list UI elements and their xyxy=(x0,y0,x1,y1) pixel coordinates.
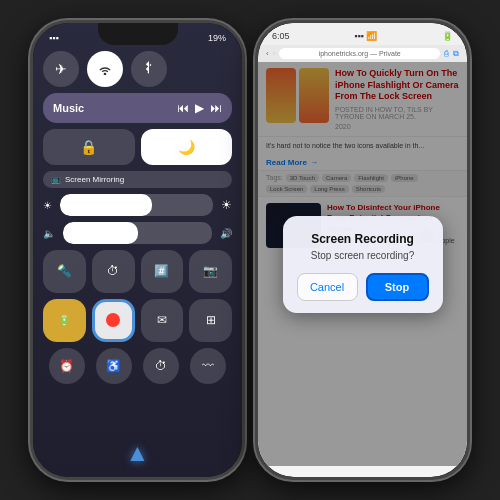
screen-left: ▪▪▪ 📶 19% ✈ Music xyxy=(33,23,242,477)
status-bar-right: 6:05 ▪▪▪ 📶 🔋 xyxy=(258,23,467,45)
phone-left: ▪▪▪ 📶 19% ✈ Music xyxy=(30,20,245,480)
dialog-message: Stop screen recording? xyxy=(297,250,429,261)
time-right: 6:05 xyxy=(272,31,290,41)
soundwave-btn[interactable]: 〰 xyxy=(190,348,226,384)
brightness-low-icon: ☀ xyxy=(43,200,52,211)
carrier-left: ▪▪▪ xyxy=(49,33,59,43)
accessibility-btn[interactable]: ♿ xyxy=(96,348,132,384)
tabs-icon[interactable]: ⧉ xyxy=(453,49,459,59)
battery-btn[interactable]: 🔋 xyxy=(43,299,86,342)
cancel-button[interactable]: Cancel xyxy=(297,273,358,301)
screen-mirror-icon: 📺 xyxy=(51,175,61,184)
screen-record-btn[interactable] xyxy=(92,299,135,342)
brightness-high-icon: ☀ xyxy=(221,198,232,212)
flashlight-btn[interactable]: 🔦 xyxy=(43,250,86,293)
scan-btn[interactable]: ⊞ xyxy=(189,299,232,342)
dialog-title: Screen Recording xyxy=(297,232,429,246)
volume-slider[interactable] xyxy=(63,222,212,244)
alarm-btn[interactable]: ⏰ xyxy=(49,348,85,384)
timer-btn[interactable]: ⏱ xyxy=(92,250,135,293)
phone-right: 6:05 ▪▪▪ 📶 🔋 ‹ › iphonetricks.org — Priv… xyxy=(255,20,470,480)
music-widget[interactable]: Music ⏮ ▶ ⏭ xyxy=(43,93,232,123)
dialog-overlay: Screen Recording Stop screen recording? … xyxy=(258,62,467,466)
camera-btn[interactable]: 📷 xyxy=(189,250,232,293)
web-content: How To Quickly Turn On The iPhone Flashl… xyxy=(258,62,467,466)
brightness-row: ☀ ☀ xyxy=(43,194,232,216)
rotation-lock-btn[interactable]: 🔒 xyxy=(43,129,135,165)
moon-btn[interactable]: 🌙 xyxy=(141,129,233,165)
battery-right: 🔋 xyxy=(442,31,453,41)
brightness-slider[interactable] xyxy=(60,194,213,216)
browser-bar: ‹ › iphonetricks.org — Private ⎙ ⧉ xyxy=(258,45,467,62)
music-label: Music xyxy=(53,102,84,114)
screen-right: 6:05 ▪▪▪ 📶 🔋 ‹ › iphonetricks.org — Priv… xyxy=(258,23,467,477)
volume-low-icon: 🔈 xyxy=(43,228,55,239)
next-icon[interactable]: ⏭ xyxy=(210,101,222,115)
main-container: ▪▪▪ 📶 19% ✈ Music xyxy=(0,0,500,500)
volume-high-icon: 🔊 xyxy=(220,228,232,239)
calculator-btn[interactable]: #️⃣ xyxy=(141,250,184,293)
screen-mirroring-btn[interactable]: 📺 Screen Mirroring xyxy=(43,171,232,188)
back-btn[interactable]: ‹ xyxy=(266,49,269,58)
airplane-mode-btn[interactable]: ✈ xyxy=(43,51,79,87)
screen-mirroring-label: Screen Mirroring xyxy=(65,175,124,184)
share-icon[interactable]: ⎙ xyxy=(444,49,449,58)
connectivity-row: ✈ xyxy=(43,51,232,87)
mid-row: 🔒 🌙 xyxy=(43,129,232,165)
volume-row: 🔈 🔊 xyxy=(43,222,232,244)
prev-icon[interactable]: ⏮ xyxy=(177,101,189,115)
play-icon[interactable]: ▶ xyxy=(195,101,204,115)
mail-btn[interactable]: ✉ xyxy=(141,299,184,342)
dialog-box: Screen Recording Stop screen recording? … xyxy=(283,216,443,313)
bottom-row: ⏰ ♿ ⏱ 〰 xyxy=(43,348,232,384)
wifi-btn[interactable] xyxy=(87,51,123,87)
arrow-up-left: ▲ xyxy=(126,439,150,467)
notch-left xyxy=(98,23,178,45)
stop-button[interactable]: Stop xyxy=(366,273,429,301)
dialog-buttons: Cancel Stop xyxy=(297,273,429,301)
record-icon xyxy=(106,313,120,327)
battery-left: 19% xyxy=(208,33,226,43)
bluetooth-btn[interactable] xyxy=(131,51,167,87)
forward-btn[interactable]: › xyxy=(273,49,276,58)
control-center: ✈ Music ⏮ ▶ ⏭ xyxy=(33,47,242,388)
cc-grid: 🔦 ⏱ #️⃣ 📷 🔋 ✉ ⊞ xyxy=(43,250,232,342)
signal-right: ▪▪▪ 📶 xyxy=(354,31,377,41)
music-controls: ⏮ ▶ ⏭ xyxy=(177,101,222,115)
stopwatch-btn[interactable]: ⏱ xyxy=(143,348,179,384)
url-bar[interactable]: iphonetricks.org — Private xyxy=(279,48,440,59)
